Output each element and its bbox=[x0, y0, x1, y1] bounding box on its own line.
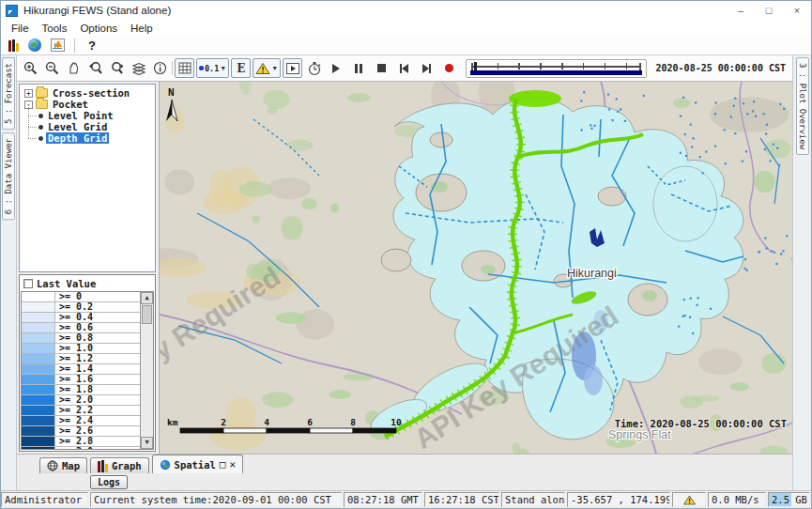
time-slider-tick bbox=[540, 63, 542, 69]
left-panel: + Cross-section - Pocket Level Point bbox=[17, 82, 160, 454]
time-slider[interactable] bbox=[466, 59, 646, 78]
bottom-tab-bar: Map Graph Spatial □ ✕ bbox=[17, 454, 792, 473]
legend-swatch bbox=[22, 385, 55, 394]
tree-item-label[interactable]: Level Point bbox=[46, 110, 115, 121]
warning-triangle-icon bbox=[683, 495, 696, 505]
legend-label: >= 0.2 bbox=[55, 302, 140, 312]
menu-bar: File Tools Options Help bbox=[1, 20, 811, 36]
menu-options[interactable]: Options bbox=[73, 23, 124, 34]
tree-item-label-selected[interactable]: Depth Grid bbox=[46, 132, 109, 144]
thresholds-dropdown[interactable]: ▼ bbox=[253, 58, 281, 78]
last-value-checkbox[interactable] bbox=[23, 279, 33, 288]
last-value-label: Last Value bbox=[37, 278, 96, 289]
legend-swatch bbox=[22, 323, 55, 332]
minimize-button[interactable]: – bbox=[727, 1, 755, 20]
tab-data-viewer[interactable]: 6 : Data Viewer bbox=[2, 132, 15, 220]
logs-button[interactable]: Logs bbox=[90, 475, 128, 489]
tree-item-depth-grid[interactable]: Depth Grid bbox=[20, 132, 155, 144]
legend-label: >= 1.0 bbox=[55, 344, 140, 353]
legend-swatch bbox=[22, 292, 55, 301]
menu-tools[interactable]: Tools bbox=[36, 23, 74, 34]
skip-to-start-button[interactable] bbox=[393, 59, 414, 78]
bullet-icon bbox=[38, 136, 43, 141]
svg-text:2: 2 bbox=[221, 417, 226, 427]
help-button[interactable]: ? bbox=[84, 39, 100, 53]
legend-swatch bbox=[22, 333, 55, 343]
legend-label: >= 0.4 bbox=[55, 313, 140, 322]
legend-swatch bbox=[22, 344, 55, 353]
legend-list: >= 0>= 0.2>= 0.4>= 0.6>= 0.8>= 1.0>= 1.2… bbox=[21, 291, 154, 450]
bullet-icon bbox=[38, 114, 43, 118]
tree-item-label[interactable]: Pocket bbox=[51, 99, 90, 110]
logs-row: Logs bbox=[17, 473, 792, 490]
bar-chart-icon bbox=[98, 460, 108, 472]
menu-help[interactable]: Help bbox=[124, 23, 160, 34]
grid-display-button[interactable] bbox=[175, 58, 194, 78]
close-button[interactable]: × bbox=[783, 1, 811, 20]
tree-item-level-grid[interactable]: Level Grid bbox=[20, 121, 155, 132]
animation-button[interactable] bbox=[283, 58, 302, 78]
current-time-label: 2020-08-25 00:00:00 CST bbox=[653, 63, 789, 73]
maximize-button[interactable]: □ bbox=[755, 1, 783, 20]
skip-to-end-button[interactable] bbox=[416, 59, 437, 78]
svg-text:km: km bbox=[167, 417, 178, 427]
zoom-next-icon[interactable] bbox=[107, 58, 127, 78]
legend-swatch bbox=[22, 375, 55, 384]
tree-item-label[interactable]: Level Grid bbox=[46, 121, 109, 132]
pause-button[interactable] bbox=[348, 59, 369, 78]
tree-item-pocket[interactable]: - Pocket bbox=[20, 99, 155, 110]
tab-close-icon[interactable]: ✕ bbox=[229, 460, 236, 470]
map-globe-icon[interactable] bbox=[28, 39, 41, 52]
status-mode: Stand alone bbox=[501, 492, 565, 507]
record-button[interactable] bbox=[438, 59, 459, 78]
legend-swatch bbox=[22, 302, 55, 312]
zoom-previous-icon[interactable] bbox=[85, 58, 105, 78]
map-view[interactable]: API Key Required API Key Required N Hiku… bbox=[160, 82, 792, 454]
tab-forecast[interactable]: 5 : Forecast bbox=[2, 57, 15, 130]
stop-button[interactable] bbox=[371, 59, 391, 78]
legend-label: >= 2.4 bbox=[55, 416, 140, 425]
tab-graph[interactable]: Graph bbox=[90, 457, 149, 473]
tree-item-label[interactable]: Cross-section bbox=[51, 87, 131, 99]
explorer-barchart-icon[interactable] bbox=[8, 39, 19, 52]
scale-value: 0.1 bbox=[205, 64, 219, 73]
legend-swatch bbox=[22, 354, 55, 363]
legend-scrollbar[interactable]: ▲ ▼ bbox=[140, 292, 153, 449]
layers-icon[interactable] bbox=[129, 58, 148, 78]
info-icon[interactable] bbox=[150, 58, 170, 78]
scroll-up-icon[interactable]: ▲ bbox=[141, 292, 153, 304]
time-slider-tick bbox=[626, 63, 628, 69]
svg-text:8: 8 bbox=[350, 417, 356, 427]
zoom-out-icon[interactable] bbox=[42, 58, 62, 78]
tree-item-level-point[interactable]: Level Point bbox=[20, 110, 155, 121]
scroll-thumb[interactable] bbox=[142, 305, 152, 324]
tab-plot-overview[interactable]: 3 : Plot Overview bbox=[796, 57, 809, 155]
status-memory: 2.5 GB bbox=[768, 492, 810, 507]
play-button[interactable] bbox=[326, 59, 346, 78]
timeseries-display-icon[interactable] bbox=[51, 39, 65, 52]
labels-toggle-button[interactable]: E bbox=[231, 58, 251, 78]
status-warning[interactable] bbox=[672, 492, 706, 507]
tab-maximize-icon[interactable]: □ bbox=[220, 460, 226, 470]
legend-label: >= 1.4 bbox=[55, 364, 140, 374]
map-canvas[interactable]: API Key Required API Key Required N Hiku… bbox=[160, 82, 792, 454]
folder-icon bbox=[36, 100, 48, 109]
scroll-down-icon[interactable]: ▼ bbox=[141, 437, 153, 449]
svg-text:6: 6 bbox=[307, 417, 313, 427]
time-slider-period-bar bbox=[470, 70, 641, 75]
expand-icon[interactable]: + bbox=[24, 89, 33, 98]
svg-text:4: 4 bbox=[264, 417, 269, 427]
legend-label: >= 1.6 bbox=[55, 375, 140, 384]
tab-map[interactable]: Map bbox=[39, 457, 87, 473]
timer-icon[interactable] bbox=[304, 58, 324, 78]
zoom-in-icon[interactable] bbox=[21, 58, 40, 78]
status-user: Administrator bbox=[1, 492, 88, 507]
time-slider-tick bbox=[561, 63, 563, 69]
classbreak-scale-dropdown[interactable]: 0.1 ▼ bbox=[196, 58, 229, 78]
legend-swatch bbox=[22, 416, 55, 425]
pan-hand-icon[interactable] bbox=[64, 58, 84, 78]
status-gmt-time: 08:27:18 GMT bbox=[344, 492, 422, 507]
menu-file[interactable]: File bbox=[5, 23, 36, 34]
tab-spatial[interactable]: Spatial □ ✕ bbox=[152, 455, 244, 473]
legend-swatch bbox=[22, 406, 55, 415]
